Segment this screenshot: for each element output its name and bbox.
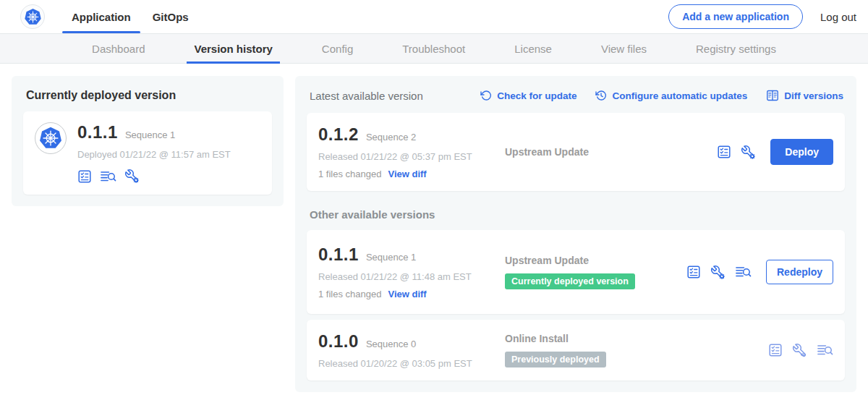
config-wrench-gear-icon[interactable] — [710, 265, 726, 280]
other-versions-title: Other available versions — [310, 208, 843, 221]
top-nav-right: Add a new application Log out — [668, 4, 856, 29]
file-tree-search-icon[interactable] — [817, 343, 833, 357]
diff-versions-link[interactable]: Diff versions — [766, 89, 843, 102]
deployed-panel-title: Currently deployed version — [26, 89, 272, 102]
app-subnav: Dashboard Version history Config Trouble… — [0, 33, 868, 64]
add-application-button[interactable]: Add a new application — [668, 4, 803, 29]
deployed-sequence-label: Sequence 1 — [125, 129, 175, 140]
preflight-checklist-icon[interactable] — [77, 169, 92, 184]
files-changed-label: 1 files changed — [318, 289, 381, 299]
config-wrench-eye-icon[interactable] — [792, 343, 807, 358]
view-diff-link[interactable]: View diff — [388, 289, 426, 299]
auto-update-clock-icon — [595, 90, 607, 101]
previously-deployed-badge: Previously deployed — [505, 352, 606, 367]
kubernetes-logo — [20, 4, 45, 29]
sequence-label: Sequence 1 — [366, 252, 416, 263]
version-source-label: Upstream Update — [505, 146, 717, 158]
currently-deployed-panel: Currently deployed version 0.1.1 Sequenc… — [12, 76, 284, 206]
subnav-version-history[interactable]: Version history — [194, 34, 272, 63]
deployed-version-card: 0.1.1 Sequence 1 Deployed 01/21/22 @ 11:… — [23, 111, 272, 195]
released-date: Released 01/20/22 @ 03:05 pm EST — [318, 358, 505, 369]
preflight-checklist-icon[interactable] — [768, 343, 783, 357]
version-source-label: Upstream Update — [505, 255, 686, 266]
app-tabs: Application GitOps — [61, 0, 200, 33]
view-diff-link[interactable]: View diff — [388, 169, 426, 179]
deployed-date: Deployed 01/21/22 @ 11:57 am EST — [77, 149, 231, 160]
released-date: Released 01/21/22 @ 11:48 am EST — [318, 271, 505, 282]
version-card-0-1-1: 0.1.1 Sequence 1 Released 01/21/22 @ 11:… — [307, 230, 845, 314]
deployed-version-number: 0.1.1 — [77, 122, 118, 143]
deploy-button[interactable]: Deploy — [770, 139, 833, 165]
released-date: Released 01/21/22 @ 05:37 pm EST — [318, 151, 505, 162]
file-tree-search-icon[interactable] — [100, 169, 116, 184]
redeploy-button[interactable]: Redeploy — [766, 260, 833, 284]
app-kubernetes-icon — [35, 122, 67, 154]
active-tab-underline — [62, 31, 140, 33]
subnav-dashboard[interactable]: Dashboard — [92, 34, 145, 63]
sequence-label: Sequence 2 — [366, 132, 416, 143]
version-card-0-1-2: 0.1.2 Sequence 2 Released 01/21/22 @ 05:… — [307, 113, 845, 191]
preflight-checklist-icon[interactable] — [717, 145, 731, 159]
diff-icon — [766, 89, 779, 102]
tab-application-label: Application — [72, 11, 131, 23]
tab-gitops-label: GitOps — [153, 11, 189, 23]
refresh-icon — [480, 90, 492, 101]
config-wrench-gear-icon[interactable] — [124, 169, 140, 184]
currently-deployed-badge: Currently deployed version — [505, 273, 635, 289]
configure-automatic-updates-link[interactable]: Configure automatic updates — [595, 90, 747, 101]
version-source-label: Online Install — [505, 333, 768, 344]
version-number: 0.1.2 — [318, 124, 359, 145]
version-card-0-1-0: 0.1.0 Sequence 0 Released 01/20/22 @ 03:… — [307, 320, 845, 381]
top-nav: Application GitOps Add a new application… — [0, 0, 868, 33]
subnav-view-files[interactable]: View files — [601, 34, 647, 63]
files-changed-label: 1 files changed — [318, 169, 381, 179]
available-versions-panel: Latest available version Check for updat… — [295, 76, 856, 392]
check-for-update-link[interactable]: Check for update — [480, 90, 576, 101]
subnav-config[interactable]: Config — [322, 34, 353, 63]
version-history-page: Currently deployed version 0.1.1 Sequenc… — [0, 64, 868, 404]
tab-application[interactable]: Application — [61, 0, 142, 33]
version-number: 0.1.0 — [318, 331, 359, 352]
file-tree-search-icon[interactable] — [735, 265, 752, 279]
subnav-troubleshoot[interactable]: Troubleshoot — [402, 34, 465, 63]
subnav-registry-settings[interactable]: Registry settings — [696, 34, 776, 63]
logout-link[interactable]: Log out — [820, 11, 856, 23]
config-wrench-gear-icon[interactable] — [741, 145, 756, 160]
sequence-label: Sequence 0 — [366, 339, 416, 349]
tab-gitops[interactable]: GitOps — [142, 0, 200, 33]
latest-available-title: Latest available version — [310, 90, 423, 102]
preflight-checklist-icon[interactable] — [686, 265, 701, 279]
subnav-license[interactable]: License — [514, 34, 552, 63]
version-number: 0.1.1 — [318, 245, 359, 265]
